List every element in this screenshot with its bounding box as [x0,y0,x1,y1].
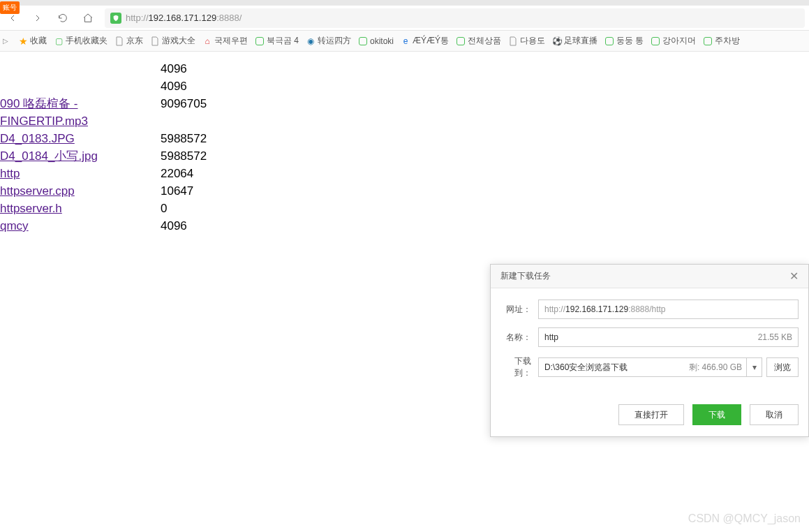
listing-row: http22064 [0,165,809,182]
path-label: 下载到： [500,355,531,379]
globe-icon: ◉ [306,36,316,46]
file-size: 10647 [161,182,193,200]
bookmark-favorites[interactable]: ★收藏 [18,35,47,47]
bookmark-dog[interactable]: 강아지머 [651,35,696,47]
listing-row: httpserver.h0 [0,200,809,217]
cancel-button[interactable]: 取消 [750,404,799,425]
listing-row: httpserver.cpp10647 [0,182,809,200]
name-label: 名称： [500,332,531,343]
shield-icon [110,13,121,24]
download-button[interactable]: 下载 [692,404,741,425]
file-size: 4096 [161,77,187,95]
path-input[interactable]: D:\360安全浏览器下载 剩: 466.90 GB ▾ [538,357,762,377]
bookmark-all[interactable]: 전체상품 [456,35,501,47]
url-input[interactable]: http://192.168.171.129:8888/http [538,300,799,319]
close-icon[interactable]: ✕ [787,267,801,286]
file-link[interactable]: qmcy [0,219,29,232]
listing-row: 4096 [0,77,809,95]
file-link[interactable]: D4_0184_小写.jpg [0,149,98,163]
reload-button[interactable] [54,10,71,27]
forward-button[interactable] [29,10,46,27]
download-dialog: 新建下载任务 ✕ 网址： http://192.168.171.129:8888… [490,264,809,437]
bookmark-okitoki[interactable]: okitoki [358,36,394,46]
path-dropdown[interactable]: ▾ [746,358,762,376]
listing-row: 4096 [0,60,809,77]
bookmark-transfer[interactable]: ◉转运四方 [306,35,351,47]
page-icon [508,36,518,46]
tab-strip [0,0,809,6]
bookmark-football[interactable]: ⚽足球直播 [552,35,598,47]
bookmark-parking[interactable]: 주차방 [703,35,740,47]
filesize-text: 21.55 KB [758,332,792,342]
ie-icon: e [401,36,410,46]
mail-icon: ⌂ [202,36,212,46]
listing-row: D4_0183.JPG5988572 [0,130,809,147]
page-icon [150,36,160,46]
site-icon [604,36,614,46]
site-icon [456,36,466,46]
file-size: 5988572 [161,147,207,165]
file-size: 4096 [161,217,187,235]
file-size: 0 [161,200,167,217]
directory-listing: 40964096090 咯磊楦备 - FINGERTIP.mp39096705D… [0,52,809,235]
site-icon [651,36,660,46]
listing-row: 090 咯磊楦备 - FINGERTIP.mp39096705 [0,95,809,130]
bookmark-mobile[interactable]: ▢手机收藏夹 [54,35,107,47]
address-bar[interactable]: http://192.168.171.129:8888/ [105,8,805,28]
dialog-title-bar: 新建下载任务 ✕ [491,265,808,288]
url-text: http://192.168.171.129:8888/ [126,13,242,23]
bookmark-overflow-left[interactable]: ▷ [3,37,8,45]
open-button[interactable]: 直接打开 [618,404,684,425]
file-link[interactable]: httpserver.h [0,202,62,215]
disk-remain: 剩: 466.90 GB [689,362,746,374]
browse-button[interactable]: 浏览 [766,357,799,377]
account-badge[interactable]: 账号 [0,1,20,14]
bookmark-8[interactable]: eÆÝÆÝ통 [401,35,449,47]
url-label: 网址： [500,304,531,316]
file-link[interactable]: http [0,167,20,180]
bookmark-bear[interactable]: 북극곰 4 [255,35,299,47]
bookmark-12[interactable]: 둥둥 통 [604,35,644,47]
nav-toolbar: http://192.168.171.129:8888/ [0,6,809,31]
file-size: 22064 [161,165,193,182]
mobile-icon: ▢ [54,36,64,46]
filename-input[interactable]: http 21.55 KB [538,327,799,347]
file-size: 5988572 [161,130,207,147]
watermark: CSDN @QMCY_jason [688,512,801,525]
site-icon [255,36,265,46]
bookmark-bar: ▷ ★收藏 ▢手机收藏夹 京东 游戏大全 ⌂국제우편 북극곰 4 ◉转运四方 o… [0,31,809,52]
file-link[interactable]: D4_0183.JPG [0,132,75,145]
bookmark-intl-mail[interactable]: ⌂국제우편 [202,35,248,47]
file-link[interactable]: httpserver.cpp [0,184,75,198]
home-button[interactable] [80,10,96,27]
file-size: 9096705 [161,95,207,130]
ball-icon: ⚽ [552,36,562,46]
bookmark-multi[interactable]: 다용도 [508,35,545,47]
dialog-title: 新建下载任务 [500,270,551,282]
bookmark-jd[interactable]: 京东 [114,35,143,47]
bookmark-games[interactable]: 游戏大全 [150,35,195,47]
site-icon [358,36,368,46]
file-size: 4096 [161,60,187,77]
page-icon [114,36,124,46]
file-link[interactable]: 090 咯磊楦备 - FINGERTIP.mp3 [0,97,88,128]
site-icon [703,36,713,46]
listing-row: qmcy4096 [0,217,809,235]
listing-row: D4_0184_小写.jpg5988572 [0,147,809,165]
star-icon: ★ [18,36,28,46]
